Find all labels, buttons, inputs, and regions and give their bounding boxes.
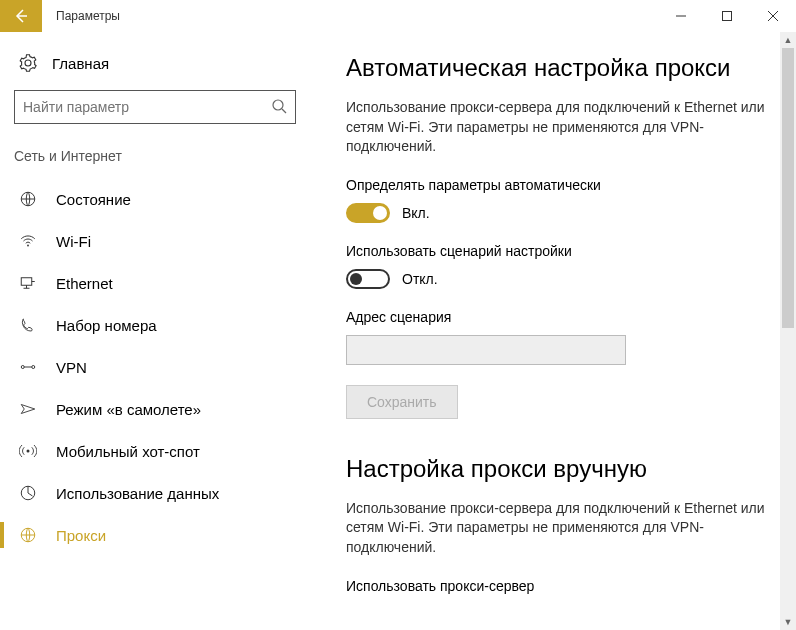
- window-title: Параметры: [42, 9, 658, 23]
- data-usage-icon: [18, 484, 38, 502]
- svg-point-1: [273, 100, 283, 110]
- close-button[interactable]: [750, 0, 796, 32]
- manual-proxy-heading: Настройка прокси вручную: [346, 455, 768, 483]
- use-proxy-label: Использовать прокси-сервер: [346, 578, 768, 594]
- maximize-button[interactable]: [704, 0, 750, 32]
- toggle-state-off: Откл.: [402, 271, 438, 287]
- nav-item-airplane[interactable]: Режим «в самолете»: [0, 388, 310, 430]
- proxy-icon: [18, 526, 38, 544]
- nav-label: Wi-Fi: [38, 233, 91, 250]
- nav-item-vpn[interactable]: VPN: [0, 346, 310, 388]
- use-script-toggle[interactable]: [346, 269, 390, 289]
- sidebar: Главная Сеть и Интернет Состояние Wi-Fi: [0, 32, 310, 630]
- nav-label: Состояние: [38, 191, 131, 208]
- scroll-down-arrow[interactable]: ▼: [780, 614, 796, 630]
- titlebar: Параметры: [0, 0, 796, 32]
- scroll-up-arrow[interactable]: ▲: [780, 32, 796, 48]
- nav-label: VPN: [38, 359, 87, 376]
- detect-auto-label: Определять параметры автоматически: [346, 177, 768, 193]
- window-controls: [658, 0, 796, 32]
- gear-icon: [18, 54, 38, 72]
- category-header: Сеть и Интернет: [0, 142, 310, 178]
- wifi-icon: [18, 232, 38, 250]
- scrollbar[interactable]: ▲ ▼: [780, 32, 796, 630]
- nav-label: Режим «в самолете»: [38, 401, 201, 418]
- scrollbar-thumb[interactable]: [782, 48, 794, 328]
- toggle-state-on: Вкл.: [402, 205, 430, 221]
- script-address-label: Адрес сценария: [346, 309, 768, 325]
- nav-label: Мобильный хот-спот: [38, 443, 200, 460]
- script-address-input[interactable]: [346, 335, 626, 365]
- nav-item-status[interactable]: Состояние: [0, 178, 310, 220]
- home-button[interactable]: Главная: [0, 44, 310, 82]
- nav-label: Прокси: [38, 527, 106, 544]
- main-panel: Автоматическая настройка прокси Использо…: [310, 32, 796, 630]
- airplane-icon: [18, 400, 38, 418]
- nav-label: Набор номера: [38, 317, 157, 334]
- svg-point-3: [27, 245, 29, 247]
- status-icon: [18, 190, 38, 208]
- dialup-icon: [18, 316, 38, 334]
- svg-rect-4: [21, 278, 32, 286]
- search-icon: [271, 98, 287, 117]
- hotspot-icon: [18, 442, 38, 460]
- use-script-label: Использовать сценарий настройки: [346, 243, 768, 259]
- nav-item-dialup[interactable]: Набор номера: [0, 304, 310, 346]
- svg-rect-0: [723, 12, 732, 21]
- search-input[interactable]: [23, 99, 271, 115]
- svg-point-6: [32, 366, 35, 369]
- nav-item-wifi[interactable]: Wi-Fi: [0, 220, 310, 262]
- nav-label: Ethernet: [38, 275, 113, 292]
- nav-item-ethernet[interactable]: Ethernet: [0, 262, 310, 304]
- nav-item-hotspot[interactable]: Мобильный хот-спот: [0, 430, 310, 472]
- manual-proxy-description: Использование прокси-сервера для подключ…: [346, 499, 768, 558]
- back-button[interactable]: [0, 0, 42, 32]
- detect-auto-toggle[interactable]: [346, 203, 390, 223]
- nav-item-proxy[interactable]: Прокси: [0, 514, 310, 556]
- auto-proxy-description: Использование прокси-сервера для подключ…: [346, 98, 768, 157]
- save-button[interactable]: Сохранить: [346, 385, 458, 419]
- ethernet-icon: [18, 274, 38, 292]
- minimize-button[interactable]: [658, 0, 704, 32]
- auto-proxy-heading: Автоматическая настройка прокси: [346, 54, 768, 82]
- home-label: Главная: [38, 55, 109, 72]
- nav-item-datausage[interactable]: Использование данных: [0, 472, 310, 514]
- nav-label: Использование данных: [38, 485, 219, 502]
- svg-point-5: [21, 366, 24, 369]
- vpn-icon: [18, 358, 38, 376]
- svg-point-7: [27, 450, 30, 453]
- search-input-container[interactable]: [14, 90, 296, 124]
